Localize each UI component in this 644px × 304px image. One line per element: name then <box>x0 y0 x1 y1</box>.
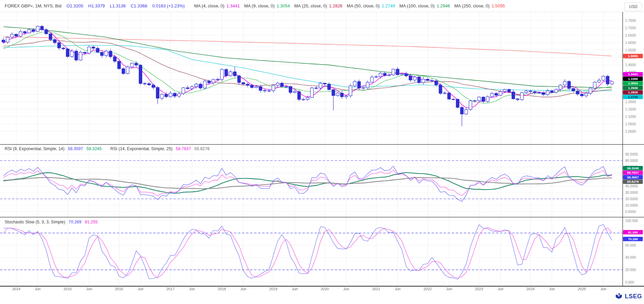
svg-text:1.6000: 1.6000 <box>625 41 636 45</box>
axis-value-badge: 1.2826 <box>623 90 643 95</box>
axis-value-badge: 55.6276 <box>623 180 643 184</box>
ma-legend-item[interactable]: MA (4, close, 0)1.3441 <box>194 3 240 8</box>
lseg-logo: LSEG <box>614 292 642 301</box>
axis-value-badge: 1.2946 <box>623 86 643 90</box>
ma-legend: MA (4, close, 0)1.3441MA (9, close, 0)1.… <box>190 3 505 8</box>
instrument-title[interactable]: FOREX GBP=, 1M, NYS, Bid <box>5 3 62 8</box>
svg-text:2023: 2023 <box>475 287 483 291</box>
svg-text:2016: 2016 <box>115 287 123 291</box>
svg-text:60.000: 60.000 <box>625 243 636 247</box>
svg-text:Jun: Jun <box>137 287 144 291</box>
svg-text:100.000: 100.000 <box>625 219 638 223</box>
ma-legend-item-label: MA (250, close, 0) <box>454 3 490 8</box>
ma-100-line <box>3 27 612 88</box>
ma-legend-item[interactable]: MA (9, close, 0)1.3054 <box>244 3 290 8</box>
change-value: 0.0163 (+1.23%) <box>152 3 185 8</box>
ma-legend-item[interactable]: MA (250, close, 0)1.5095 <box>454 3 505 8</box>
svg-text:55.6276: 55.6276 <box>627 180 639 183</box>
open-value: O1.3205 <box>67 3 83 8</box>
currency-button[interactable]: USD <box>625 2 642 11</box>
axis-value-badge: 1.3054 <box>623 81 643 86</box>
svg-text:Jun: Jun <box>292 287 298 291</box>
rsi14-value: 58.7637 <box>176 146 191 151</box>
svg-text:2018: 2018 <box>218 287 226 291</box>
axis-value-badge: 1.3368 <box>623 77 643 81</box>
ma-legend-item-value: 1.2749 <box>381 3 395 8</box>
svg-text:2022: 2022 <box>424 287 432 291</box>
svg-text:1.3441: 1.3441 <box>628 72 638 76</box>
ma-250-line <box>3 37 612 56</box>
svg-text:2021: 2021 <box>372 287 380 291</box>
ma-legend-item-value: 1.3441 <box>227 3 240 8</box>
rsi-legend-label-2[interactable]: RSI (14, Exponential, Simple, 25) <box>110 146 172 151</box>
ma-legend-item[interactable]: MA (25, close, 0)1.2826 <box>294 3 343 8</box>
svg-text:Jun: Jun <box>497 287 504 291</box>
svg-text:1.2749: 1.2749 <box>628 95 638 99</box>
svg-text:2017: 2017 <box>166 287 174 291</box>
svg-text:Jun: Jun <box>446 287 452 291</box>
ma-25-line <box>3 40 612 97</box>
svg-text:1.3368: 1.3368 <box>628 77 638 81</box>
svg-text:1.2000: 1.2000 <box>625 100 636 104</box>
lseg-logo-text: LSEG <box>625 293 642 300</box>
ma-legend-item[interactable]: MA (100, close, 0)1.2946 <box>399 3 450 8</box>
svg-text:1.7500: 1.7500 <box>625 18 636 23</box>
high-value: H1.3379 <box>88 3 105 8</box>
chart-canvas[interactable]: 1.75001.70001.65001.60001.55001.50001.45… <box>0 0 644 304</box>
ma-legend-item[interactable]: MA (50, close, 0)1.2749 <box>347 3 395 8</box>
stochastic-legend: Stochastic Slow (5, 3, 3, Simple) 70.269… <box>5 220 97 224</box>
candles-layer <box>2 25 614 126</box>
axis-value-badge: 81.255 <box>623 230 643 234</box>
svg-text:58.3597: 58.3597 <box>627 175 639 179</box>
svg-text:40.000: 40.000 <box>625 255 636 259</box>
svg-text:Jun: Jun <box>189 287 195 291</box>
svg-text:1.5095: 1.5095 <box>628 54 638 58</box>
svg-text:1.7000: 1.7000 <box>625 26 636 30</box>
svg-text:40.0000: 40.0000 <box>625 184 638 188</box>
low-value: L1.3138 <box>110 3 126 8</box>
ma-legend-item-value: 1.2946 <box>437 3 450 8</box>
axis-value-badge: 59.3245 <box>623 166 643 170</box>
svg-text:10.0000: 10.0000 <box>625 203 638 207</box>
stochastic-d-value: 81.255 <box>85 220 97 224</box>
svg-text:59.3245: 59.3245 <box>627 166 639 170</box>
svg-text:1.2826: 1.2826 <box>628 90 638 94</box>
svg-text:30.0000: 30.0000 <box>625 190 638 194</box>
ma-legend-item-label: MA (9, close, 0) <box>244 3 274 8</box>
axis-value-badge: 58.7637 <box>623 171 643 175</box>
svg-text:20.0000: 20.0000 <box>625 197 638 201</box>
svg-text:Jun: Jun <box>86 287 92 291</box>
chart-application: FOREX GBP=, 1M, NYS, Bid O1.3205 H1.3379… <box>0 0 644 304</box>
svg-text:1.3054: 1.3054 <box>628 81 638 85</box>
stochastic-k-line <box>3 224 612 279</box>
svg-text:1.1000: 1.1000 <box>625 115 636 119</box>
axis-value-badge: 1.5095 <box>623 54 643 58</box>
svg-text:Jun: Jun <box>395 287 401 291</box>
svg-text:1.6500: 1.6500 <box>625 33 636 37</box>
rsi9-smooth-value: 59.3245 <box>86 146 102 151</box>
stochastic-lines <box>3 224 612 279</box>
svg-text:2019: 2019 <box>269 287 277 291</box>
axis-value-badge: 1.2749 <box>623 95 643 99</box>
chart-header: FOREX GBP=, 1M, NYS, Bid O1.3205 H1.3379… <box>0 0 627 12</box>
svg-text:0.0000: 0.0000 <box>625 210 636 214</box>
rsi14-smooth-value: 55.6276 <box>194 146 209 151</box>
axis-value-badge: 58.3597 <box>623 175 643 179</box>
svg-text:1.0500: 1.0500 <box>625 122 636 126</box>
stochastic-legend-label[interactable]: Stochastic Slow (5, 3, 3, Simple) <box>5 220 65 224</box>
svg-text:58.7637: 58.7637 <box>627 171 639 174</box>
svg-text:Jun: Jun <box>549 287 555 291</box>
svg-text:Jun: Jun <box>343 287 349 291</box>
stochastic-k-value: 70.269 <box>69 220 81 224</box>
ma-legend-item-label: MA (100, close, 0) <box>399 3 435 8</box>
svg-text:1.1500: 1.1500 <box>625 107 636 111</box>
svg-text:2020: 2020 <box>321 287 329 291</box>
svg-text:Jun: Jun <box>600 287 606 291</box>
svg-text:70.269: 70.269 <box>628 237 638 241</box>
ma-legend-item-value: 1.5095 <box>491 3 505 8</box>
svg-text:90.0000: 90.0000 <box>625 152 638 156</box>
svg-text:2014: 2014 <box>12 287 20 291</box>
svg-text:81.255: 81.255 <box>628 230 638 234</box>
rsi-legend-label-1[interactable]: RSI (9, Exponential, Simple, 14) <box>5 146 65 151</box>
rsi-legend: RSI (9, Exponential, Simple, 14) 58.3597… <box>5 146 209 151</box>
